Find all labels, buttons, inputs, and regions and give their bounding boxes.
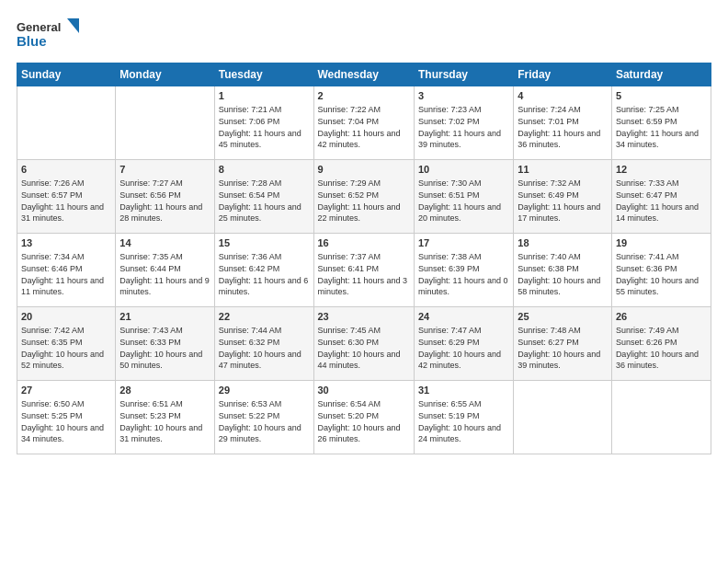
day-info-line: Sunrise: 7:24 AM — [518, 104, 608, 116]
day-number: 26 — [616, 310, 707, 324]
day-info-line: Sunset: 6:30 PM — [318, 337, 410, 349]
day-info-line: Sunrise: 7:40 AM — [518, 251, 608, 263]
calendar-cell: 20Sunrise: 7:42 AMSunset: 6:35 PMDayligh… — [17, 307, 116, 381]
day-info-line: Daylight: 10 hours and 52 minutes. — [21, 349, 111, 372]
day-info-line: Daylight: 11 hours and 42 minutes. — [318, 128, 410, 151]
calendar-cell: 30Sunrise: 6:54 AMSunset: 5:20 PMDayligh… — [313, 381, 414, 454]
day-number: 21 — [119, 310, 210, 324]
day-info-line: Sunrise: 6:51 AM — [119, 398, 210, 410]
day-number: 10 — [418, 163, 509, 177]
day-number: 15 — [219, 236, 310, 250]
day-info-line: Sunrise: 7:38 AM — [418, 251, 509, 263]
day-info-line: Sunrise: 7:27 AM — [119, 178, 210, 190]
day-info-line: Sunset: 5:23 PM — [119, 410, 210, 422]
calendar-week-5: 27Sunrise: 6:50 AMSunset: 5:25 PMDayligh… — [17, 381, 711, 454]
day-number: 6 — [21, 163, 111, 177]
day-info-line: Sunrise: 7:37 AM — [318, 251, 410, 263]
day-info-line: Sunset: 6:39 PM — [418, 263, 509, 275]
day-number: 5 — [616, 89, 707, 103]
day-info-line: Sunrise: 7:25 AM — [616, 104, 707, 116]
day-info-line: Sunset: 5:25 PM — [21, 410, 111, 422]
day-number: 24 — [418, 310, 509, 324]
day-info-line: Sunrise: 7:41 AM — [616, 251, 707, 263]
col-header-thursday: Thursday — [414, 63, 513, 86]
calendar-cell: 26Sunrise: 7:49 AMSunset: 6:26 PMDayligh… — [611, 307, 711, 381]
calendar-table: SundayMondayTuesdayWednesdayThursdayFrid… — [17, 63, 711, 454]
calendar-cell: 2Sunrise: 7:22 AMSunset: 7:04 PMDaylight… — [313, 86, 414, 160]
day-info-line: Sunset: 6:59 PM — [616, 116, 707, 128]
day-info-line: Daylight: 10 hours and 34 minutes. — [21, 422, 111, 445]
day-info-line: Daylight: 10 hours and 50 minutes. — [119, 349, 210, 372]
day-number: 19 — [616, 236, 707, 250]
day-info-line: Sunrise: 7:29 AM — [318, 178, 410, 190]
col-header-saturday: Saturday — [611, 63, 711, 86]
day-info-line: Sunset: 6:32 PM — [219, 337, 310, 349]
calendar-cell: 25Sunrise: 7:48 AMSunset: 6:27 PMDayligh… — [514, 307, 612, 381]
day-info-line: Sunset: 6:41 PM — [318, 263, 410, 275]
day-number: 3 — [418, 89, 509, 103]
calendar-cell: 29Sunrise: 6:53 AMSunset: 5:22 PMDayligh… — [214, 381, 313, 454]
day-number: 4 — [518, 89, 608, 103]
calendar-week-1: 1Sunrise: 7:21 AMSunset: 7:06 PMDaylight… — [17, 86, 711, 160]
calendar-cell: 13Sunrise: 7:34 AMSunset: 6:46 PMDayligh… — [17, 234, 116, 307]
day-info-line: Sunrise: 7:42 AM — [21, 325, 111, 337]
day-info-line: Daylight: 10 hours and 42 minutes. — [418, 349, 509, 372]
svg-marker-2 — [67, 18, 79, 33]
day-info-line: Daylight: 10 hours and 39 minutes. — [518, 349, 608, 372]
calendar-cell: 27Sunrise: 6:50 AMSunset: 5:25 PMDayligh… — [17, 381, 116, 454]
calendar-cell: 16Sunrise: 7:37 AMSunset: 6:41 PMDayligh… — [313, 234, 414, 307]
day-info-line: Daylight: 11 hours and 22 minutes. — [318, 201, 410, 224]
calendar-cell: 31Sunrise: 6:55 AMSunset: 5:19 PMDayligh… — [414, 381, 513, 454]
day-info-line: Daylight: 11 hours and 6 minutes. — [219, 275, 310, 298]
day-info-line: Daylight: 10 hours and 24 minutes. — [418, 422, 509, 445]
day-info-line: Daylight: 10 hours and 31 minutes. — [119, 422, 210, 445]
day-info-line: Sunrise: 7:34 AM — [21, 251, 111, 263]
day-info-line: Daylight: 10 hours and 47 minutes. — [219, 349, 310, 372]
calendar-cell: 15Sunrise: 7:36 AMSunset: 6:42 PMDayligh… — [214, 234, 313, 307]
day-info-line: Sunrise: 7:43 AM — [119, 325, 210, 337]
svg-text:General: General — [17, 20, 61, 34]
day-info-line: Daylight: 10 hours and 55 minutes. — [616, 275, 707, 298]
day-info-line: Sunset: 6:56 PM — [119, 190, 210, 201]
day-info-line: Sunset: 6:52 PM — [318, 190, 410, 201]
day-info-line: Sunrise: 7:22 AM — [318, 104, 410, 116]
calendar-cell — [514, 381, 612, 454]
day-number: 8 — [219, 163, 310, 177]
calendar-cell: 7Sunrise: 7:27 AMSunset: 6:56 PMDaylight… — [116, 160, 214, 234]
logo: General Blue — [17, 17, 81, 55]
col-header-friday: Friday — [514, 63, 612, 86]
day-info-line: Daylight: 11 hours and 3 minutes. — [318, 275, 410, 298]
day-info-line: Sunset: 6:42 PM — [219, 263, 310, 275]
day-info-line: Daylight: 11 hours and 11 minutes. — [21, 275, 111, 298]
day-info-line: Sunrise: 7:49 AM — [616, 325, 707, 337]
day-info-line: Sunset: 5:19 PM — [418, 410, 509, 422]
day-number: 22 — [219, 310, 310, 324]
calendar-cell: 11Sunrise: 7:32 AMSunset: 6:49 PMDayligh… — [514, 160, 612, 234]
day-info-line: Sunset: 7:01 PM — [518, 116, 608, 128]
day-info-line: Daylight: 11 hours and 39 minutes. — [418, 128, 509, 151]
day-info-line: Sunset: 6:47 PM — [616, 190, 707, 201]
day-number: 7 — [119, 163, 210, 177]
day-info-line: Daylight: 11 hours and 17 minutes. — [518, 201, 608, 224]
day-info-line: Sunset: 6:57 PM — [21, 190, 111, 201]
calendar-cell: 8Sunrise: 7:28 AMSunset: 6:54 PMDaylight… — [214, 160, 313, 234]
day-number: 20 — [21, 310, 111, 324]
page-header: General Blue — [17, 17, 711, 55]
day-number: 17 — [418, 236, 509, 250]
day-number: 13 — [21, 236, 111, 250]
day-info-line: Sunrise: 7:35 AM — [119, 251, 210, 263]
day-info-line: Daylight: 11 hours and 28 minutes. — [119, 201, 210, 224]
day-number: 14 — [119, 236, 210, 250]
day-info-line: Daylight: 11 hours and 0 minutes. — [418, 275, 509, 298]
calendar-week-4: 20Sunrise: 7:42 AMSunset: 6:35 PMDayligh… — [17, 307, 711, 381]
col-header-monday: Monday — [116, 63, 214, 86]
day-info-line: Daylight: 11 hours and 36 minutes. — [518, 128, 608, 151]
calendar-week-3: 13Sunrise: 7:34 AMSunset: 6:46 PMDayligh… — [17, 234, 711, 307]
calendar-cell — [116, 86, 214, 160]
day-number: 18 — [518, 236, 608, 250]
day-info-line: Sunrise: 7:23 AM — [418, 104, 509, 116]
day-info-line: Daylight: 11 hours and 14 minutes. — [616, 201, 707, 224]
day-info-line: Sunset: 7:02 PM — [418, 116, 509, 128]
day-info-line: Sunset: 6:38 PM — [518, 263, 608, 275]
day-info-line: Sunrise: 6:50 AM — [21, 398, 111, 410]
